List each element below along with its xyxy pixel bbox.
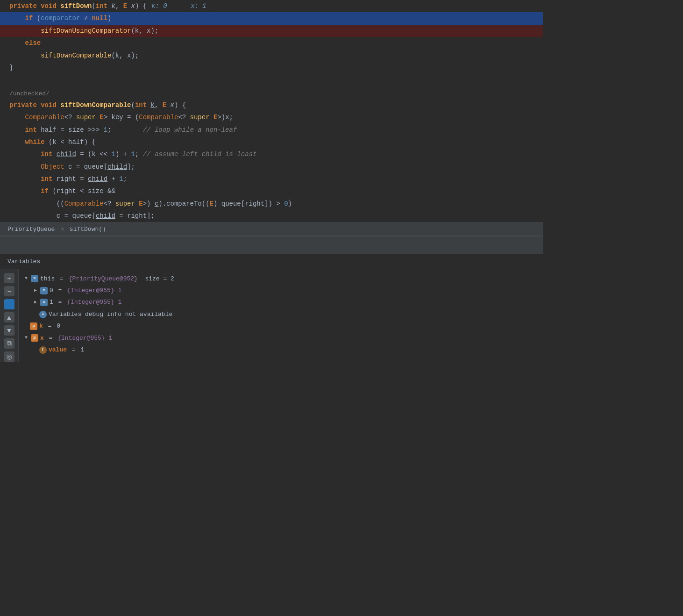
var-name-value: value xyxy=(49,344,67,355)
code-line-if-right: if (right < size && xyxy=(0,185,543,197)
var-debug-info-text: Variables debug info not available xyxy=(49,309,172,320)
variables-list: ▼ ≡ this = {PriorityQueue@952} size = 2 … xyxy=(19,269,543,362)
code-line-child: int child = (k << 1) + 1; // assume left… xyxy=(0,148,543,160)
variables-sidebar: + − ▲ ▼ ⧉ ◎ xyxy=(0,269,19,362)
glasses-icon: ◎ xyxy=(7,353,12,360)
active-indicator xyxy=(4,299,14,309)
up-arrow-icon: ▲ xyxy=(6,314,13,321)
var-row-x[interactable]: ▼ p x = {Integer@955} 1 xyxy=(19,332,543,344)
var-value-k: 0 xyxy=(57,321,60,331)
stack-icon-0: ≡ xyxy=(40,287,48,294)
code-line-else: else xyxy=(0,37,543,49)
stack-icon-1: ≡ xyxy=(40,299,48,306)
debug-values-k-x: k: 0 x: 1 xyxy=(151,1,206,11)
expand-0-icon[interactable]: ▶ xyxy=(32,287,39,294)
expand-x-icon[interactable]: ▼ xyxy=(22,334,30,342)
code-line-comparable-compare: ((Comparable<? super E>) c).compareTo((E… xyxy=(0,198,543,210)
breadcrumb-bar: PriorityQueue > siftDown() xyxy=(0,222,543,236)
unchecked-label: /unchecked/ xyxy=(0,86,543,99)
code-line-empty1 xyxy=(0,74,543,86)
var-value-this: {PriorityQueue@952} xyxy=(69,273,138,284)
code-line-while: while (k < half) { xyxy=(0,136,543,148)
editor-debugger-separator xyxy=(0,236,543,254)
var-value-0: {Integer@955} 1 xyxy=(67,285,121,296)
var-value-x: {Integer@955} 1 xyxy=(57,333,112,344)
info-icon: i xyxy=(39,311,47,318)
scroll-up-button[interactable]: ▲ xyxy=(4,312,14,322)
code-editor-area: private void siftDown(int k, E x) {k: 0 … xyxy=(0,0,543,222)
breadcrumb-class: PriorityQueue xyxy=(7,226,55,233)
code-line-half: int half = size >>> 1; // loop while a n… xyxy=(0,124,543,136)
var-row-this-0[interactable]: ▶ ≡ 0 = {Integer@955} 1 xyxy=(19,285,543,296)
expand-1-icon[interactable]: ▶ xyxy=(32,299,39,306)
code-line-siftdown-comparator: siftDownUsingComparator(k, x); xyxy=(0,25,543,37)
var-value-1: {Integer@955} 1 xyxy=(67,297,121,308)
code-line-comparable-key: Comparable<? super E> key = (Comparable<… xyxy=(0,111,543,123)
expand-this-icon[interactable]: ▼ xyxy=(22,275,30,282)
copy-button[interactable]: ⧉ xyxy=(4,338,14,349)
fn-siftDown: siftDown xyxy=(60,1,92,11)
code-line-c-assign: c = queue[child = right]; xyxy=(0,210,543,222)
p-icon-x: p xyxy=(31,334,38,342)
code-line-if-comparator: if (comparator ≠ null) xyxy=(0,12,543,24)
var-name-1: 1 xyxy=(50,297,53,308)
plus-icon: + xyxy=(7,274,11,282)
var-row-value[interactable]: f value = 1 xyxy=(19,344,543,356)
remove-variable-button[interactable]: − xyxy=(4,286,14,296)
code-line-object-c: Object c = queue[child]; xyxy=(0,161,543,173)
down-arrow-icon: ▼ xyxy=(6,327,13,334)
var-name-this: this xyxy=(40,273,55,284)
keyword-void: void xyxy=(41,1,57,11)
code-line-right: int right = child + 1; xyxy=(0,173,543,185)
variables-content: + − ▲ ▼ ⧉ ◎ ▼ ≡ this xyxy=(0,269,543,362)
p-icon-k: p xyxy=(30,322,37,330)
scroll-down-button[interactable]: ▼ xyxy=(4,325,14,336)
variables-panel: Variables + − ▲ ▼ ⧉ ◎ xyxy=(0,254,543,616)
code-line-1: private void siftDown(int k, E x) {k: 0 … xyxy=(0,0,543,12)
var-row-this[interactable]: ▼ ≡ this = {PriorityQueue@952} size = 2 xyxy=(19,273,543,285)
breadcrumb-method: siftDown() xyxy=(70,226,106,233)
var-row-this-1[interactable]: ▶ ≡ 1 = {Integer@955} 1 xyxy=(19,296,543,308)
view-button[interactable]: ◎ xyxy=(4,351,14,362)
stack-icon-this: ≡ xyxy=(31,275,38,282)
copy-icon: ⧉ xyxy=(7,339,12,347)
var-name-0: 0 xyxy=(50,285,53,296)
code-line-close-brace1: } xyxy=(0,62,543,74)
var-value-value: 1 xyxy=(80,344,84,355)
code-line-siftdown-comparable: siftDownComparable(k, x); xyxy=(0,50,543,62)
var-name-x: x xyxy=(40,333,44,344)
f-icon-value: f xyxy=(39,346,47,354)
breadcrumb-separator: > xyxy=(60,226,64,233)
keyword-private: private xyxy=(9,1,37,11)
variables-header: Variables xyxy=(0,254,543,269)
var-row-k[interactable]: p k = 0 xyxy=(19,320,543,332)
var-row-debug-info: i Variables debug info not available xyxy=(19,308,543,320)
minus-icon: − xyxy=(7,287,11,295)
var-name-k: k xyxy=(39,321,43,331)
add-variable-button[interactable]: + xyxy=(4,273,14,283)
code-line-siftdown-comparable-sig: private void siftDownComparable(int k, E… xyxy=(0,99,543,111)
